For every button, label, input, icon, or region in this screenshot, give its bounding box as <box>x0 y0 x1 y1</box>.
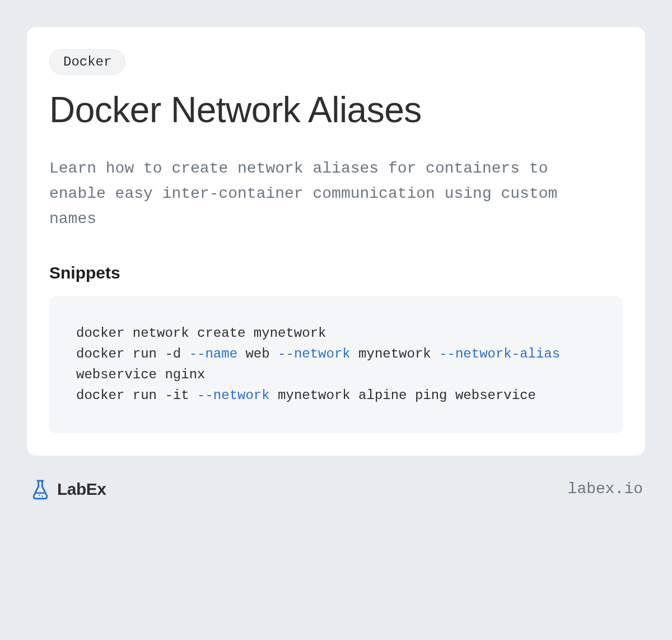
code-flag: --network <box>197 388 270 403</box>
svg-point-0 <box>39 494 40 496</box>
code-flag: --network-alias <box>439 346 560 361</box>
brand-name: LabEx <box>57 480 106 499</box>
brand-logo: LabEx <box>29 478 106 500</box>
code-text: web <box>237 346 278 361</box>
snippets-heading: Snippets <box>49 263 623 282</box>
code-text: docker run -it <box>76 388 197 403</box>
category-badge: Docker <box>49 49 125 75</box>
page-title: Docker Network Aliases <box>49 90 623 129</box>
svg-point-1 <box>41 495 43 497</box>
code-text: mynetwork <box>351 346 439 361</box>
code-snippet: docker network create mynetwork docker r… <box>49 296 623 433</box>
code-text: mynetwork alpine ping webservice <box>270 388 536 403</box>
code-text: docker network create mynetwork <box>76 326 326 341</box>
page-description: Learn how to create network aliases for … <box>49 156 576 231</box>
content-card: Docker Docker Network Aliases Learn how … <box>27 27 645 456</box>
code-flag: --network <box>278 346 351 361</box>
footer: LabEx labex.io <box>27 478 645 500</box>
site-url: labex.io <box>568 480 643 498</box>
code-text: docker run -d <box>76 346 189 361</box>
code-flag: --name <box>189 346 237 361</box>
flask-icon <box>29 478 52 500</box>
